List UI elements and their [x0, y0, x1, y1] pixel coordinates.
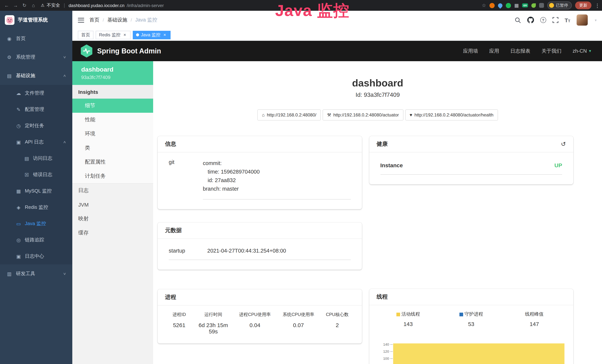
process-col-value: 2	[320, 322, 354, 328]
app-frame: 芋道管理系统 ◉ 首页 ⚙ 系统管理 ∨ ▤ 基础设施 ∧ ☁ 文件管理	[0, 11, 602, 364]
sidebar-item-access-logs[interactable]: ▤ 访问日志	[0, 150, 72, 167]
annotation-overlay: Java 监控	[275, 0, 349, 21]
extension-icon-5[interactable]	[539, 3, 544, 8]
locale-selector[interactable]: zh-CN ▾	[572, 48, 591, 54]
metadata-key: startup	[169, 248, 207, 254]
sidebar-item-scheduled-tasks[interactable]: ◷ 定时任务	[0, 118, 72, 134]
sba-menu-performance[interactable]: 性能	[72, 113, 153, 127]
info-card-body: git commit: time: 1596289704000 id: 27aa…	[158, 152, 362, 209]
metadata-card-body: startup 2021-04-27T00:44:31.254+08:00	[158, 239, 362, 270]
sba-nav-about[interactable]: 关于我们	[541, 48, 561, 54]
instance-header[interactable]: dashboard 93a3fc7f7409	[72, 61, 153, 85]
extension-on-badge[interactable]: on	[522, 3, 528, 7]
instance-subtitle: Id: 93a3fc7f7409	[153, 92, 602, 98]
breadcrumb-separator: /	[103, 17, 104, 23]
sba-menu-jvm[interactable]: JVM	[72, 198, 153, 212]
close-icon[interactable]: ×	[122, 32, 127, 37]
search-icon[interactable]	[515, 17, 521, 23]
access-log-icon: ▤	[24, 156, 30, 161]
sba-menu-mappings[interactable]: 映射	[72, 212, 153, 226]
breadcrumb-home[interactable]: 首页	[89, 17, 99, 23]
sba-brand[interactable]: Spring Boot Admin	[97, 47, 161, 55]
sba-menu-scheduled-tasks[interactable]: 计划任务	[72, 169, 153, 183]
legend-value: 147	[503, 321, 566, 327]
user-avatar[interactable]	[577, 14, 588, 26]
instance-url-button[interactable]: ⌂ http://192.168.0.2:48080/	[258, 109, 321, 120]
sba-menu-details[interactable]: 细节	[72, 99, 153, 113]
sidebar-item-link-tracing[interactable]: ◎ 链路追踪	[0, 232, 72, 248]
browser-home-icon[interactable]: ⌂	[30, 3, 37, 8]
extension-icon-1[interactable]	[489, 3, 495, 8]
infrastructure-icon: ▤	[6, 73, 12, 78]
breadcrumb-infrastructure[interactable]: 基础设施	[107, 17, 127, 23]
github-icon[interactable]	[527, 17, 534, 23]
heart-icon: ♥	[409, 112, 412, 118]
update-button[interactable]: 更新	[575, 1, 591, 9]
sidebar-item-mysql-monitor[interactable]: ▦ MySQL 监控	[0, 183, 72, 199]
close-icon[interactable]: ×	[162, 32, 167, 37]
info-value: commit: time: 1596289704000 id: 27aa832 …	[203, 159, 351, 200]
sba-menu-logfile[interactable]: 日志	[72, 183, 153, 198]
wrench-icon: ⚒	[327, 112, 331, 118]
history-icon[interactable]: ↺	[561, 140, 566, 148]
health-card-header: 健康 ↺	[369, 136, 573, 152]
info-card: 信息 git commit: time: 1596289704000 id: 2	[158, 136, 362, 209]
breadcrumb-separator: /	[131, 17, 132, 23]
sidebar-item-error-logs[interactable]: ☒ 错误日志	[0, 167, 72, 183]
card-title: 健康	[376, 140, 388, 148]
spring-boot-admin-logo	[80, 44, 93, 57]
sidebar-item-api-logs[interactable]: ▣ API 日志 ∧	[0, 134, 72, 150]
extensions-grid-icon[interactable]: ▦	[514, 3, 519, 8]
process-col-value: 6d 23h 15m 59s	[193, 322, 233, 334]
tab-redis-monitor[interactable]: Redis 监控 ×	[96, 31, 130, 39]
sidebar-item-dev-tools[interactable]: ▥ 研发工具 ∨	[0, 264, 72, 283]
content-area: 首页 / 基础设施 / Java 监控 ?	[72, 11, 602, 364]
sidebar-item-config-management[interactable]: ✎ 配置管理	[0, 101, 72, 118]
sidebar-item-infrastructure[interactable]: ▤ 基础设施 ∧	[0, 66, 72, 85]
extension-icon-4[interactable]	[531, 3, 536, 8]
font-size-icon[interactable]: TT	[565, 17, 570, 23]
bookmark-star-icon[interactable]: ☆	[482, 3, 486, 8]
sba-menu-config-properties[interactable]: 配置属性	[72, 155, 153, 169]
sidebar-item-log-center[interactable]: ▣ 日志中心	[0, 248, 72, 264]
back-icon[interactable]: ←	[3, 3, 10, 8]
sba-nav-applications[interactable]: 应用	[489, 48, 499, 54]
sba-menu-environment[interactable]: 环境	[72, 127, 153, 141]
tab-java-monitor[interactable]: Java 监控 ×	[133, 31, 170, 39]
cards-left-column: 信息 git commit: time: 1596289704000 id: 2	[158, 136, 362, 343]
sba-nav-wallboard[interactable]: 应用墙	[463, 48, 478, 54]
sidebar-item-label: 研发工具	[16, 270, 60, 277]
sidebar-collapse-icon[interactable]	[78, 18, 84, 22]
gear-icon: ⚙	[6, 54, 12, 60]
actuator-url-button[interactable]: ⚒ http://192.168.0.2:48080/actuator	[322, 109, 403, 120]
sidebar-item-file-management[interactable]: ☁ 文件管理	[0, 85, 72, 101]
process-table: 进程ID 5261 运行时间 6d 23h 15m 59s	[165, 311, 354, 343]
sidebar-item-label: API 日志	[25, 139, 60, 145]
threads-card-body: 活动线程 143 守护进程	[369, 305, 573, 364]
address-bar[interactable]: ⚠ 不安全 dashboard.yudao.iocoder.cn /infra/…	[39, 2, 477, 9]
avatar-caret-icon[interactable]: ▾	[595, 18, 597, 22]
health-url-button[interactable]: ♥ http://192.168.0.2:48080/actuator/heal…	[405, 109, 498, 120]
log-icon: ▣	[16, 139, 22, 145]
extension-icon-2[interactable]	[497, 2, 503, 9]
sidebar-item-label: 链路追踪	[25, 237, 66, 243]
chevron-down-icon: ∨	[63, 55, 66, 59]
forward-icon[interactable]: →	[12, 3, 19, 8]
profile-chip[interactable]: 已暂停	[547, 1, 572, 9]
help-icon[interactable]: ?	[540, 17, 546, 23]
legend-peak-threads: 线程峰值 147	[503, 311, 566, 327]
sba-menu-classes[interactable]: 类	[72, 141, 153, 155]
extension-icon-3[interactable]	[506, 3, 511, 8]
fullscreen-icon[interactable]	[552, 17, 558, 23]
sidebar-item-home[interactable]: ◉ 首页	[0, 29, 72, 48]
sidebar-item-label: 定时任务	[25, 122, 66, 129]
sba-nav-journal[interactable]: 日志报表	[510, 48, 530, 54]
instance-name: dashboard	[81, 66, 153, 74]
browser-menu-dots-icon[interactable]: ⋮	[595, 2, 599, 8]
sidebar-item-redis-monitor[interactable]: ◈ Redis 监控	[0, 199, 72, 215]
reload-icon[interactable]: ↻	[21, 3, 28, 8]
tab-home[interactable]: 首页	[78, 31, 93, 39]
sidebar-item-java-monitor[interactable]: ▭ Java 监控	[0, 215, 72, 232]
sba-menu-caches[interactable]: 缓存	[72, 226, 153, 240]
sidebar-item-system-management[interactable]: ⚙ 系统管理 ∨	[0, 48, 72, 66]
